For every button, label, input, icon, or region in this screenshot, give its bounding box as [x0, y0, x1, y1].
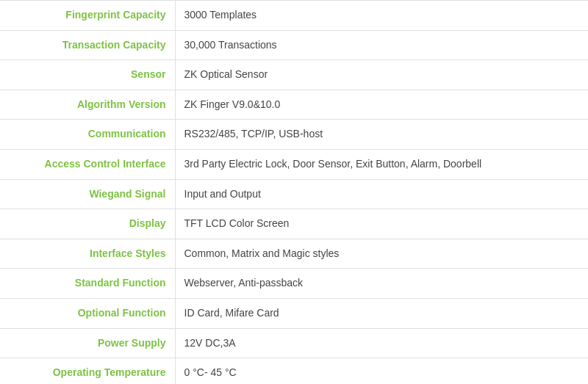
spec-value: 3000 Templates	[175, 1, 588, 31]
spec-label: Display	[0, 209, 175, 239]
spec-value: RS232/485, TCP/IP, USB-host	[175, 120, 588, 150]
spec-value: ZK Finger V9.0&10.0	[175, 90, 588, 120]
spec-label: Optional Function	[0, 298, 175, 328]
table-row: Optional FunctionID Card, Mifare Card	[0, 298, 588, 328]
spec-label: Operating Temperature	[0, 358, 175, 384]
spec-label: Access Control Interface	[0, 149, 175, 179]
spec-label: Transaction Capacity	[0, 30, 175, 60]
spec-label: Interface Styles	[0, 239, 175, 269]
spec-label: Sensor	[0, 60, 175, 90]
spec-label: Power Supply	[0, 328, 175, 358]
table-row: Algorithm VersionZK Finger V9.0&10.0	[0, 90, 588, 120]
table-row: Interface StylesCommon, Matrix and Magic…	[0, 239, 588, 269]
spec-value: 12V DC,3A	[175, 328, 588, 358]
table-row: Power Supply12V DC,3A	[0, 328, 588, 358]
table-row: Transaction Capacity30,000 Transactions	[0, 30, 588, 60]
spec-label: Fingerprint Capacity	[0, 1, 175, 31]
spec-value: Webserver, Anti-passback	[175, 269, 588, 299]
table-row: Access Control Interface3rd Party Electr…	[0, 149, 588, 179]
spec-value: Common, Matrix and Magic styles	[175, 239, 588, 269]
table-row: Wiegand SignalInput and Output	[0, 179, 588, 209]
spec-label: Algorithm Version	[0, 90, 175, 120]
table-row: SensorZK Optical Sensor	[0, 60, 588, 90]
table-row: CommunicationRS232/485, TCP/IP, USB-host	[0, 120, 588, 150]
spec-label: Wiegand Signal	[0, 179, 175, 209]
spec-value: TFT LCD Color Screen	[175, 209, 588, 239]
table-row: Fingerprint Capacity3000 Templates	[0, 1, 588, 31]
spec-value: ZK Optical Sensor	[175, 60, 588, 90]
table-row: DisplayTFT LCD Color Screen	[0, 209, 588, 239]
specs-table: Fingerprint Capacity3000 TemplatesTransa…	[0, 0, 588, 384]
spec-value: 0 °C- 45 °C	[175, 358, 588, 384]
spec-value: Input and Output	[175, 179, 588, 209]
spec-value: 30,000 Transactions	[175, 30, 588, 60]
spec-value: ID Card, Mifare Card	[175, 298, 588, 328]
spec-label: Standard Function	[0, 269, 175, 299]
table-row: Standard FunctionWebserver, Anti-passbac…	[0, 269, 588, 299]
table-row: Operating Temperature0 °C- 45 °C	[0, 358, 588, 384]
spec-value: 3rd Party Electric Lock, Door Sensor, Ex…	[175, 149, 588, 179]
spec-label: Communication	[0, 120, 175, 150]
